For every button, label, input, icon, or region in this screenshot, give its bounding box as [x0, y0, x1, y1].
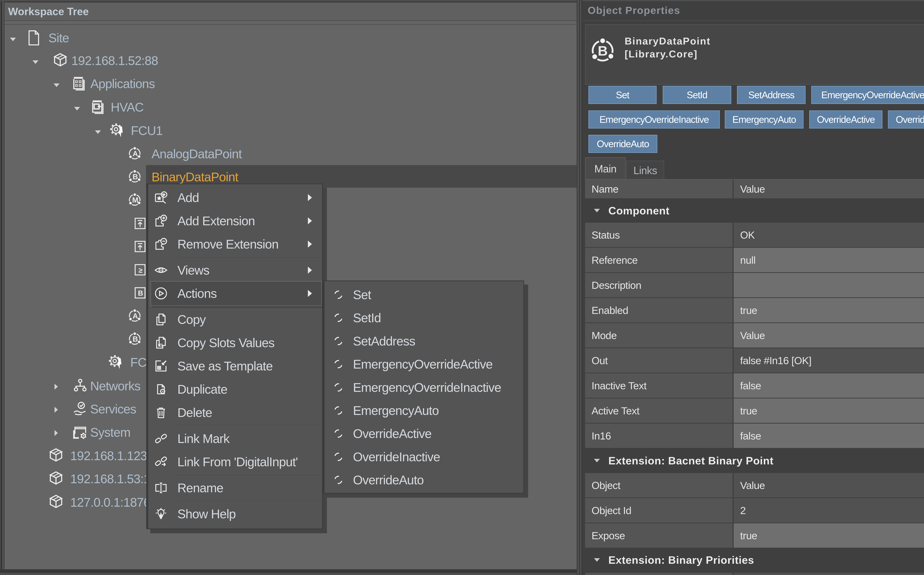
svg-text:A: A [132, 149, 138, 158]
svg-text:B: B [132, 173, 138, 181]
svg-text:B: B [598, 43, 608, 59]
